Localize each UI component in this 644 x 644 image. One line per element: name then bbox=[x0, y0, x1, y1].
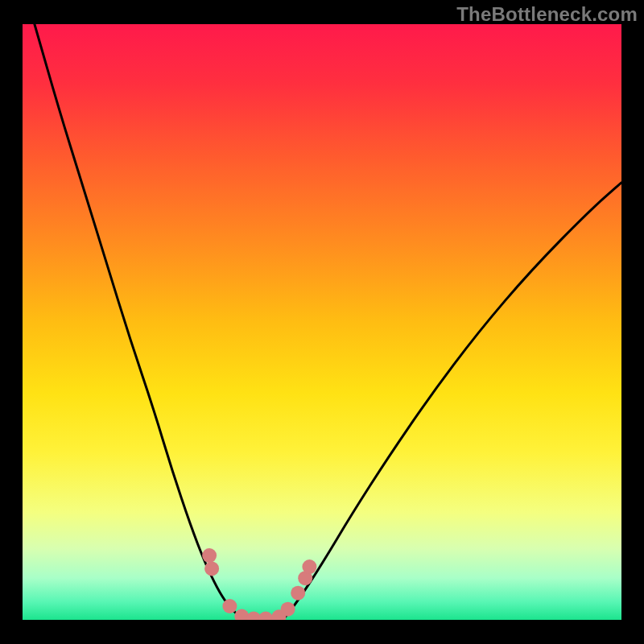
marker-dot bbox=[234, 609, 249, 624]
chart-stage: TheBottleneck.com bbox=[0, 0, 644, 644]
marker-dot bbox=[291, 586, 305, 601]
bottleneck-chart bbox=[0, 0, 644, 644]
marker-dot bbox=[281, 602, 295, 617]
gradient-background bbox=[23, 24, 621, 620]
marker-dot bbox=[202, 548, 217, 563]
marker-dot bbox=[204, 561, 219, 576]
attribution-text: TheBottleneck.com bbox=[456, 3, 638, 26]
marker-dot bbox=[302, 559, 316, 574]
marker-dot bbox=[222, 599, 237, 613]
marker-dot bbox=[258, 612, 273, 626]
